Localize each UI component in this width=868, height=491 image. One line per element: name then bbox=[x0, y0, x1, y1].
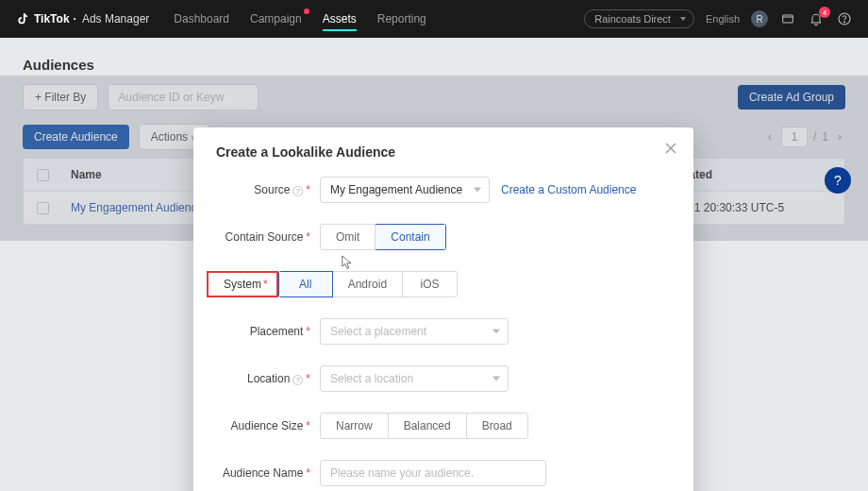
info-icon[interactable]: ? bbox=[292, 375, 303, 385]
svg-rect-0 bbox=[783, 15, 793, 23]
help-fab[interactable]: ? bbox=[825, 167, 851, 194]
create-custom-audience-link[interactable]: Create a Custom Audience bbox=[501, 183, 636, 196]
language-switcher[interactable]: English bbox=[706, 13, 740, 25]
nav-campaign[interactable]: Campaign bbox=[250, 1, 302, 37]
account-switcher[interactable]: Raincoats Direct bbox=[584, 9, 694, 28]
bell-icon[interactable]: 4 bbox=[808, 10, 825, 27]
bell-badge: 4 bbox=[819, 7, 830, 18]
size-balanced[interactable]: Balanced bbox=[389, 413, 467, 439]
brand-logo[interactable]: TikTok· Ads Manager bbox=[15, 11, 149, 26]
modal-title: Create a Lookalike Audience bbox=[216, 144, 671, 160]
page-title: Audiences bbox=[23, 57, 845, 73]
source-select[interactable]: My Engagement Audience bbox=[320, 177, 490, 203]
lookalike-modal: Create a Lookalike Audience Source?* My … bbox=[193, 127, 693, 491]
location-select[interactable]: Select a location bbox=[320, 365, 509, 392]
field-source: Source?* My Engagement Audience Create a… bbox=[216, 177, 671, 203]
svg-point-2 bbox=[843, 22, 844, 23]
close-icon[interactable] bbox=[663, 141, 678, 156]
info-icon[interactable]: ? bbox=[292, 186, 303, 196]
inbox-icon[interactable] bbox=[779, 10, 796, 27]
field-placement: Placement* Select a placement bbox=[216, 318, 671, 345]
avatar[interactable]: R bbox=[751, 10, 768, 27]
brand-sub: Ads Manager bbox=[82, 12, 149, 25]
size-narrow[interactable]: Narrow bbox=[320, 413, 389, 439]
nav-dashboard[interactable]: Dashboard bbox=[174, 1, 229, 37]
notification-dot-icon bbox=[304, 8, 309, 14]
audience-size-segmented: Narrow Balanced Broad bbox=[320, 413, 528, 439]
nav-reporting[interactable]: Reporting bbox=[377, 1, 426, 37]
field-audience-size: Audience Size* Narrow Balanced Broad bbox=[216, 413, 671, 439]
field-system: System* All Android iOS bbox=[207, 271, 671, 297]
system-segmented: All Android iOS bbox=[278, 271, 458, 297]
top-nav: Dashboard Campaign Assets Reporting bbox=[174, 1, 426, 37]
placement-select[interactable]: Select a placement bbox=[320, 318, 509, 345]
size-broad[interactable]: Broad bbox=[467, 413, 528, 439]
field-contain-source: Contain Source* Omit Contain bbox=[216, 224, 671, 250]
contain-contain[interactable]: Contain bbox=[376, 224, 445, 250]
audience-name-input[interactable] bbox=[320, 460, 546, 486]
system-label-highlight: System* bbox=[207, 271, 278, 297]
help-icon[interactable] bbox=[836, 10, 853, 27]
field-location: Location?* Select a location bbox=[216, 365, 671, 392]
system-all[interactable]: All bbox=[278, 271, 333, 297]
brand-name: TikTok bbox=[34, 12, 70, 25]
contain-omit[interactable]: Omit bbox=[320, 224, 376, 250]
contain-source-segmented: Omit Contain bbox=[320, 224, 446, 250]
cursor-icon bbox=[340, 254, 353, 271]
system-ios[interactable]: iOS bbox=[403, 271, 458, 297]
system-android[interactable]: Android bbox=[333, 271, 403, 297]
nav-assets[interactable]: Assets bbox=[323, 1, 357, 37]
tiktok-icon bbox=[15, 11, 30, 26]
field-audience-name: Audience Name* bbox=[216, 460, 671, 486]
top-right: Raincoats Direct English R 4 bbox=[584, 9, 853, 28]
top-bar: TikTok· Ads Manager Dashboard Campaign A… bbox=[0, 0, 868, 38]
